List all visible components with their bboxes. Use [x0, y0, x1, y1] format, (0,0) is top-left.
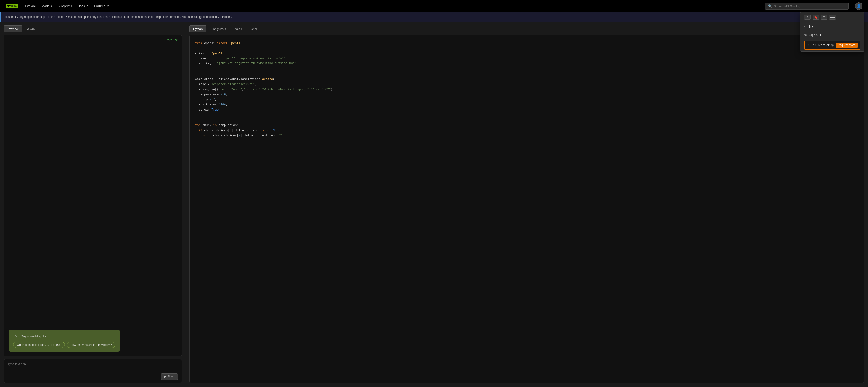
- preview-tab-bar: Preview JSON: [4, 26, 182, 32]
- robot-icon: ✳: [13, 333, 19, 339]
- alert-bar: caused by any response or output of the …: [0, 12, 868, 22]
- star-icon: ☆: [807, 43, 810, 47]
- say-something-label: Say something like: [21, 335, 46, 338]
- tab-json[interactable]: JSON: [23, 26, 39, 32]
- credits-banner: ☆ 979 Credits left ⓘ Request More: [804, 41, 860, 49]
- more-icon-btn[interactable]: ▬▬: [829, 14, 836, 20]
- say-something-box: ✳ Say something like Which number is lar…: [8, 330, 120, 352]
- user-icon: 👤: [857, 4, 861, 8]
- search-icon: 🔍: [768, 4, 772, 8]
- nav-docs[interactable]: Docs ↗: [78, 4, 89, 8]
- nav-links: Explore Models Blueprints Docs ↗ Forums …: [25, 4, 758, 8]
- right-panel: Python LangChain Node Shell Get API Key …: [186, 22, 868, 387]
- dropdown-user-label: Eric: [808, 25, 813, 28]
- credits-info: ☆ 979 Credits left ⓘ: [807, 43, 834, 47]
- nvidia-logo[interactable]: NVIDIA: [6, 4, 18, 8]
- credits-count: 979 Credits left: [811, 43, 830, 47]
- nav-forums[interactable]: Forums ↗: [94, 4, 109, 8]
- pill-numbers[interactable]: Which number is larger, 9.11 or 9.8?: [13, 342, 65, 348]
- nav-models[interactable]: Models: [41, 4, 52, 8]
- chevron-right-icon: ›: [860, 25, 860, 28]
- search-bar[interactable]: 🔍: [765, 3, 848, 9]
- external-link-icon: ↗: [106, 4, 109, 8]
- dropdown-icon-row: ⊞ 🔖 ⊟ ▬▬: [801, 12, 864, 22]
- dropdown-menu: ⊞ 🔖 ⊟ ▬▬ ○ Eric › ⟲ Sign Out ☆ 979 Credi…: [800, 12, 864, 52]
- send-icon: ▶: [164, 375, 166, 378]
- grid-icon-btn[interactable]: ⊞: [804, 14, 811, 20]
- tab-preview[interactable]: Preview: [4, 26, 22, 32]
- chat-input-area: ▶ Send: [4, 359, 182, 383]
- main-content: Preview JSON Reset Chat ✳ Say something …: [0, 22, 868, 387]
- code-block: from openai import OpenAI client = OpenA…: [195, 41, 859, 138]
- code-panel: Get API Key Copy Code from openai import…: [189, 35, 864, 383]
- apps-icon-btn[interactable]: ⊟: [821, 14, 828, 20]
- dropdown-signout-label: Sign Out: [809, 33, 821, 37]
- navigation: NVIDIA Explore Models Blueprints Docs ↗ …: [0, 0, 868, 12]
- pill-strawberry[interactable]: How many 'r's are in 'strawberry'?: [67, 342, 115, 348]
- tab-python[interactable]: Python: [189, 26, 207, 32]
- tab-langchain[interactable]: LangChain: [207, 26, 230, 32]
- logo-text: NVIDIA: [6, 4, 18, 8]
- send-label: Send: [168, 375, 175, 378]
- suggestion-pills: Which number is larger, 9.11 or 9.8? How…: [13, 342, 115, 348]
- external-link-icon: ↗: [86, 4, 89, 8]
- dropdown-signout-item[interactable]: ⟲ Sign Out: [801, 31, 864, 39]
- code-tab-bar: Python LangChain Node Shell: [189, 26, 864, 32]
- user-avatar[interactable]: 👤: [855, 2, 862, 10]
- left-panel: Preview JSON Reset Chat ✳ Say something …: [0, 22, 186, 387]
- chat-area: Reset Chat ✳ Say something like Which nu…: [4, 35, 182, 356]
- nav-blueprints[interactable]: Blueprints: [58, 4, 72, 8]
- tab-shell[interactable]: Shell: [247, 26, 261, 32]
- tab-node[interactable]: Node: [231, 26, 246, 32]
- dropdown-user-item[interactable]: ○ Eric ›: [801, 22, 864, 31]
- chat-input[interactable]: [8, 362, 178, 372]
- input-footer: ▶ Send: [8, 373, 178, 380]
- search-input[interactable]: [774, 4, 845, 8]
- reset-chat-button[interactable]: Reset Chat: [164, 38, 178, 42]
- signout-icon: ⟲: [804, 33, 807, 37]
- send-button[interactable]: ▶ Send: [161, 373, 178, 380]
- nav-explore[interactable]: Explore: [25, 4, 36, 8]
- request-more-button[interactable]: Request More: [836, 43, 858, 48]
- alert-text: caused by any response or output of the …: [5, 15, 232, 19]
- user-circle-icon: ○: [804, 25, 806, 28]
- info-icon: ⓘ: [831, 43, 834, 47]
- bookmark-icon-btn[interactable]: 🔖: [812, 14, 819, 20]
- say-something-header: ✳ Say something like: [13, 333, 115, 339]
